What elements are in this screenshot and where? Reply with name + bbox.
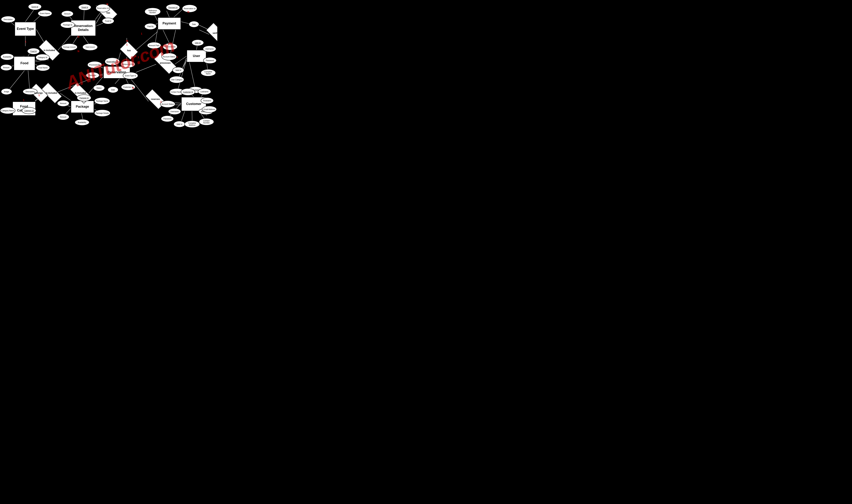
relationship-is-included-top: is included [40,45,59,55]
svg-line-49 [82,113,83,120]
entity-payment: Payment [158,17,181,30]
entity-food: Food [14,56,35,71]
relationship-has-middle: has [122,45,136,56]
attr-user-username: Username [203,46,216,52]
attr-pay-procby: Processed By [162,43,177,50]
svg-line-72 [136,64,156,72]
attr-food-name: Food Name [36,64,50,71]
card-1b: 1 [141,32,142,35]
attr-cust-email: Email Address [202,106,217,113]
attr-cust-password: Password [161,115,174,122]
entity-package: Package [71,101,94,113]
attr-rd-pkg-amount: Package Amount [61,43,77,51]
attr-cust-actstatus: Account Status [160,101,175,108]
attr-res-id: Reservation Id [105,57,120,66]
attr-detail-id: Detail Id [78,4,91,11]
attr-user-password: Password [203,57,216,64]
attr-pkg-amount1: Amount [57,100,69,107]
attr-pay-res-id: Reservation Id [182,4,197,13]
svg-line-18 [167,11,169,17]
attr-cust-contact: Contact Number [199,118,214,125]
attr-user-id: User Id [192,39,204,46]
attr-cust-id: Customer Id [181,88,195,95]
attr-pkg-details: Package Details [94,109,110,117]
attr-event-name: Event Name [38,10,52,17]
attr-pay-refnum: Reference Number [144,7,161,16]
attr-pay-actstatus: Account Status [161,53,177,60]
attr-user-validid: Valid Id [172,67,184,73]
attr-rd-amount: Amount [61,11,73,17]
card-n2: N [77,50,79,53]
card-1h: 1 [23,98,24,102]
attr-rd-total: Total Amount [82,43,98,51]
svg-line-68 [189,61,195,90]
attr-cust-lastname: Lastname [198,88,211,95]
attr-res-evtypeid: Event Type Id [123,72,138,79]
attr-food-image: Image [1,88,12,95]
attr-pay-amtpaid: Amount Paid [147,42,161,49]
attr-cust-validid: Valid Id [173,121,185,127]
attr-food-category-id: Category Id [35,54,50,61]
svg-line-74 [131,79,149,101]
attr-res-status: Status [93,85,105,91]
attr-rd-food-id: Food Id [102,18,114,24]
attr-cat-name: Category Name [0,107,15,114]
entity-reservation-details: ReservationDetails [71,20,96,36]
attr-food-id: Food Id [27,48,40,54]
card-1e: 1 [126,43,128,46]
attr-pkg-name: Package Name [94,97,110,105]
svg-line-55 [7,71,24,92]
attr-cust-firstname: Firstname [201,97,214,104]
card-n1: N [77,35,79,38]
svg-line-1 [25,9,34,22]
attr-res-procby: Processed By [87,61,102,68]
attr-res-refno: Reference No [120,61,135,68]
card-1f: 1 [160,101,162,103]
attr-user-compname: Complete Name [201,69,216,76]
er-diagram: Event Type Food FoodCategory Reservation… [0,0,217,128]
card-n5: N [85,74,87,77]
attr-pkg-avail: Availability [75,119,89,126]
card-n6: N [126,39,128,42]
attr-cat-id: Category Id [22,107,36,114]
svg-line-40 [60,93,71,101]
card-1: 1 [25,40,27,43]
entity-event-type: Event Type [15,22,36,36]
attr-pay-paidby: Paid By [144,23,157,30]
attr-food-amount: Amount [0,64,12,71]
svg-line-36 [115,79,120,84]
attr-res-remarks: Remarks [86,72,100,78]
card-n4: N [187,11,189,13]
attr-cust-compaddr: Complete Address [184,121,200,128]
relationship-verifies: verifies [207,28,217,38]
attr-pay-id: Payment Id [166,4,180,11]
attr-event-id: Event Id [28,3,42,10]
card-n3: N [106,3,108,6]
attr-cust-username: Username [168,108,181,115]
svg-line-84 [181,111,185,121]
attr-pay-date: Date [189,21,199,28]
attr-event-description: Description [1,16,15,23]
card-1c: 1 [177,56,178,58]
attr-pkg-id: Package Id [77,94,91,101]
attr-food-availability: Availability [0,53,14,60]
svg-line-35 [126,79,128,84]
attr-res-date: Date [108,87,118,93]
attr-rd-pkg-id: Package Id [60,21,75,28]
attr-pkg-amount2: Amount [57,114,69,120]
card-n7: N [132,87,134,89]
attr-user-category: User Category [169,76,184,83]
card-1d: 1 [138,56,139,59]
